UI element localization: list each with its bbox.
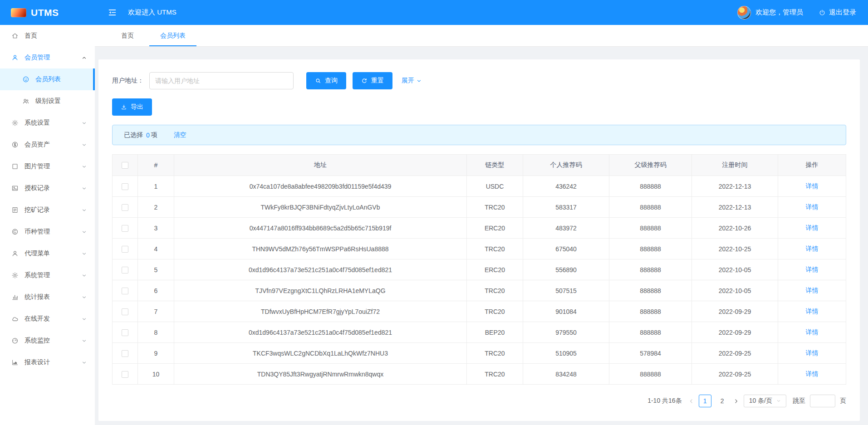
detail-link[interactable]: 详情: [806, 245, 819, 252]
sidebar-item-label: 报表设计: [25, 358, 50, 366]
reset-icon: [361, 78, 368, 84]
detail-link[interactable]: 详情: [806, 182, 819, 190]
member-list-card: 用户地址： 查询 重置 展开 导出: [98, 59, 860, 421]
chevron-down-icon: [82, 273, 87, 278]
export-button[interactable]: 导出: [112, 98, 152, 116]
copyright-icon: [11, 228, 19, 235]
search-button-label: 查询: [325, 77, 338, 85]
address-input[interactable]: [149, 72, 294, 89]
personal-referral-code-cell: 483972: [523, 218, 609, 239]
chevron-down-icon: [82, 317, 87, 322]
detail-link[interactable]: 详情: [806, 349, 819, 357]
gear-icon: [11, 119, 19, 127]
parent-referral-code-cell: 888888: [609, 301, 692, 322]
logout-button[interactable]: 退出登录: [819, 8, 856, 17]
detail-link[interactable]: 详情: [806, 328, 819, 336]
sidebar-item-member-management[interactable]: 会员管理: [0, 47, 95, 68]
sidebar-item-coin-management[interactable]: 币种管理: [0, 221, 95, 243]
row-checkbox[interactable]: [122, 267, 128, 274]
chevron-down-icon: [82, 360, 87, 365]
row-checkbox[interactable]: [122, 308, 128, 315]
sidebar-item-home[interactable]: 首页: [0, 25, 95, 47]
register-time-cell: 2022-09-25: [692, 364, 778, 385]
sidebar-item-system-settings[interactable]: 系统设置: [0, 112, 95, 134]
sidebar-item-mining-records[interactable]: 挖矿记录: [0, 199, 95, 221]
sidebar-item-image-management[interactable]: 图片管理: [0, 156, 95, 177]
table-row: 9TKCF3wqsWLC2gNCDbXq1LaLhQkWfz7NHU3TRC20…: [113, 343, 846, 364]
column-header: 链类型: [467, 155, 523, 176]
register-time-cell: 2022-10-05: [692, 259, 778, 280]
search-button[interactable]: 查询: [306, 72, 346, 89]
chain-type-cell: BEP20: [467, 322, 523, 343]
sidebar-item-online-development[interactable]: 在线开发: [0, 308, 95, 330]
checkbox-cell: [113, 176, 138, 197]
jump-page-input[interactable]: [810, 395, 835, 407]
row-checkbox[interactable]: [122, 225, 128, 232]
checkbox-cell: [113, 364, 138, 385]
page-numbers: 12: [699, 395, 729, 407]
tab-member-list[interactable]: 会员列表: [149, 25, 196, 46]
brand: UTMS: [0, 7, 95, 18]
table-body: 10x74ca107de8a8abfee498209b3fd01159e5f4d…: [113, 176, 846, 385]
table-row: 2TWkFy8krBJQF3BNiFdtyqZjvLtyLoAnGVbTRC20…: [113, 197, 846, 218]
row-checkbox[interactable]: [122, 183, 128, 190]
action-cell: 详情: [778, 239, 846, 259]
register-time-cell: 2022-09-29: [692, 301, 778, 322]
sidebar-item-label: 系统设置: [25, 119, 50, 127]
expand-link[interactable]: 展开: [402, 77, 422, 85]
page-button-2[interactable]: 2: [716, 395, 729, 407]
checkbox-cell: [113, 343, 138, 364]
selection-count: 0: [146, 132, 150, 139]
sidebar-item-authorization-records[interactable]: 授权记录: [0, 177, 95, 199]
page-button-1[interactable]: 1: [699, 395, 711, 407]
page-size-select[interactable]: 10 条/页: [744, 395, 786, 407]
sidebar-item-system-monitor[interactable]: 系统监控: [0, 330, 95, 352]
prev-page-icon[interactable]: [688, 398, 694, 404]
sidebar-item-agent-menu[interactable]: 代理菜单: [0, 243, 95, 264]
detail-link[interactable]: 详情: [806, 224, 819, 231]
row-index: 3: [138, 218, 174, 239]
personal-referral-code-cell: 583317: [523, 197, 609, 218]
user-greeting: 欢迎您，管理员: [755, 8, 803, 17]
row-checkbox[interactable]: [122, 350, 128, 357]
sidebar-item-system-management[interactable]: 系统管理: [0, 264, 95, 286]
square-icon: [11, 163, 19, 170]
detail-link[interactable]: 详情: [806, 370, 819, 377]
parent-referral-code-cell: 888888: [609, 176, 692, 197]
pagination: 1-10 共16条 12 10 条/页 跳至 页: [112, 395, 846, 407]
clear-selection-link[interactable]: 清空: [174, 131, 186, 139]
sidebar-item-statistics-reports[interactable]: 统计报表: [0, 286, 95, 308]
chain-type-cell: TRC20: [467, 301, 523, 322]
parent-referral-code-cell: 888888: [609, 280, 692, 301]
detail-link[interactable]: 详情: [806, 266, 819, 273]
menu-fold-icon[interactable]: [108, 8, 117, 17]
register-time-cell: 2022-10-05: [692, 280, 778, 301]
detail-link[interactable]: 详情: [806, 287, 819, 294]
address-cell: TDfwvxUyBfHpHCM7EfR7gjyYpL7ouiZf72: [174, 301, 467, 322]
tab-home[interactable]: 首页: [110, 25, 145, 46]
chevron-down-icon: [82, 230, 87, 234]
row-index: 4: [138, 239, 174, 259]
register-time-cell: 2022-10-26: [692, 218, 778, 239]
sidebar-item-report-design[interactable]: 报表设计: [0, 352, 95, 373]
row-checkbox[interactable]: [122, 204, 128, 211]
detail-link[interactable]: 详情: [806, 203, 819, 210]
row-checkbox[interactable]: [122, 288, 128, 294]
sidebar-subitem-level-settings[interactable]: 级别设置: [0, 90, 95, 112]
avatar[interactable]: [737, 6, 751, 20]
select-all-checkbox[interactable]: [122, 162, 128, 169]
selection-prefix: 已选择: [124, 131, 143, 139]
detail-link[interactable]: 详情: [806, 308, 819, 315]
chain-type-cell: TRC20: [467, 239, 523, 259]
row-checkbox[interactable]: [122, 371, 128, 378]
sidebar-item-member-assets[interactable]: 会员资产: [0, 134, 95, 156]
row-checkbox[interactable]: [122, 246, 128, 253]
reset-button[interactable]: 重置: [353, 72, 392, 89]
chevron-down-icon: [82, 208, 87, 213]
next-page-icon[interactable]: [733, 398, 739, 404]
sidebar-item-label: 首页: [25, 32, 37, 40]
chevron-down-icon: [82, 186, 87, 191]
sidebar-subitem-member-list[interactable]: 会员列表: [0, 68, 95, 90]
row-checkbox[interactable]: [122, 329, 128, 336]
power-icon: [819, 9, 826, 16]
